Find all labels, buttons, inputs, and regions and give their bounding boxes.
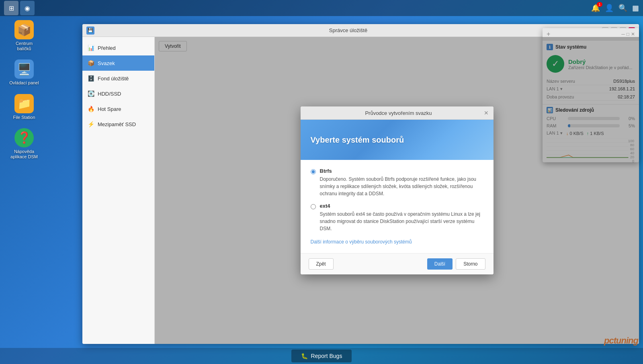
ssd-label: Mezipaměť SSD bbox=[98, 121, 136, 127]
window-title: Správce úložiště bbox=[94, 27, 602, 33]
storage-window: 💾 Správce úložiště ? ─ □ ✕ 📊 Přehled 📦 S… bbox=[82, 24, 639, 344]
back-button[interactable]: Zpět bbox=[309, 258, 334, 270]
window-body: 📊 Přehled 📦 Svazek 🗄️ Fond úložiště 💽 HD… bbox=[82, 37, 639, 344]
modal-hero-title: Vyberte systém souborů bbox=[311, 135, 404, 145]
wizard-modal: Průvodce vytvořením svazku ✕ Vyberte sys… bbox=[301, 106, 494, 274]
taskbar-left: ⊞ ◉ bbox=[4, 1, 35, 15]
prehled-label: Přehled bbox=[98, 45, 116, 51]
ovladaci-icon: 🖥️ bbox=[14, 59, 34, 79]
desktop-icons: 📦 Centrum balíčků 🖥️ Ovládací panel 📁 Fi… bbox=[8, 20, 40, 160]
ext4-content: ext4 Systém souborů ext4 se často použív… bbox=[320, 203, 483, 232]
taskbar-app-grid[interactable]: ⊞ bbox=[4, 1, 18, 15]
sidebar-item-svazek[interactable]: 📦 Svazek bbox=[82, 55, 154, 71]
ext4-desc: Systém souborů ext4 se často používá v o… bbox=[320, 211, 483, 232]
modal-overlay: Průvodce vytvořením svazku ✕ Vyberte sys… bbox=[155, 37, 639, 344]
search-icon[interactable]: 🔍 bbox=[618, 4, 627, 12]
napoveda-icon: ❓ bbox=[14, 128, 34, 147]
radio-btrfs[interactable] bbox=[311, 169, 316, 174]
widget-restore-btn[interactable]: □ bbox=[627, 31, 629, 37]
btrfs-content: Btrfs Doporučeno. Systém souborů Btrfs p… bbox=[320, 168, 483, 197]
widget-controls: ─ □ ✕ bbox=[621, 31, 635, 37]
svazek-label: Svazek bbox=[98, 60, 115, 66]
radio-ext4[interactable] bbox=[311, 204, 316, 209]
widget-close-btn[interactable]: ✕ bbox=[631, 31, 635, 37]
cancel-button[interactable]: Storno bbox=[456, 258, 485, 270]
btrfs-desc: Doporučeno. Systém souborů Btrfs podporu… bbox=[320, 176, 483, 197]
main-content: Vytvořit ≡ Průvodce vytvořením svazku ✕ bbox=[155, 37, 639, 344]
modal-header: Průvodce vytvořením svazku ✕ bbox=[301, 106, 494, 120]
hotspare-label: Hot Spare bbox=[98, 106, 121, 112]
notification-icon[interactable]: 🔔 1 bbox=[591, 4, 600, 12]
taskbar-right: 🔔 1 👤 🔍 ▦ bbox=[591, 4, 639, 12]
report-bugs-bar: 🐛 Report Bugs bbox=[0, 348, 643, 364]
desktop-icon-centrum[interactable]: 📦 Centrum balíčků bbox=[8, 20, 40, 51]
file-station-icon: 📁 bbox=[14, 94, 34, 113]
hdd-label: HDD/SSD bbox=[98, 91, 121, 97]
bug-icon: 🐛 bbox=[301, 353, 308, 359]
prehled-icon: 📊 bbox=[87, 44, 94, 51]
notification-badge: 1 bbox=[597, 2, 602, 7]
window-icon: 💾 bbox=[86, 27, 94, 35]
modal-hero: Vyberte systém souborů bbox=[301, 120, 494, 160]
next-button[interactable]: Další bbox=[427, 258, 453, 270]
report-bugs-button[interactable]: 🐛 Report Bugs bbox=[291, 350, 352, 362]
user-icon[interactable]: 👤 bbox=[605, 4, 614, 12]
option-ext4: ext4 Systém souborů ext4 se často použív… bbox=[311, 203, 483, 232]
more-info-link[interactable]: Další informace o výběru souborových sys… bbox=[311, 239, 412, 245]
modal-footer: Zpět Další Storno bbox=[301, 253, 494, 274]
desktop-icon-napoveda[interactable]: ❓ Nápověda aplikace DSM bbox=[8, 128, 40, 160]
svazek-icon: 📦 bbox=[87, 59, 94, 67]
btrfs-label: Btrfs bbox=[320, 168, 483, 174]
menu-icon[interactable]: ▦ bbox=[632, 4, 639, 12]
desktop-icon-ovladaci[interactable]: 🖥️ Ovládací panel bbox=[8, 59, 40, 86]
sidebar-item-fond[interactable]: 🗄️ Fond úložiště bbox=[82, 71, 154, 86]
ssd-icon: ⚡ bbox=[87, 121, 94, 128]
hotspare-icon: 🔥 bbox=[87, 105, 94, 112]
desktop: ⊞ ◉ 🔔 1 👤 🔍 ▦ 📦 Centrum balíčků 🖥️ Ovlád… bbox=[0, 0, 643, 364]
taskbar-app-synology[interactable]: ◉ bbox=[20, 1, 35, 15]
sidebar-item-hdd[interactable]: 💽 HDD/SSD bbox=[82, 86, 154, 101]
centrum-label: Centrum balíčků bbox=[8, 41, 40, 51]
modal-close-button[interactable]: ✕ bbox=[484, 110, 489, 116]
modal-body: Btrfs Doporučeno. Systém souborů Btrfs p… bbox=[301, 160, 494, 253]
report-bugs-label: Report Bugs bbox=[311, 353, 342, 359]
sidebar: 📊 Přehled 📦 Svazek 🗄️ Fond úložiště 💽 HD… bbox=[82, 37, 155, 344]
centrum-icon: 📦 bbox=[14, 20, 34, 39]
fond-label: Fond úložiště bbox=[98, 76, 129, 82]
napoveda-label: Nápověda aplikace DSM bbox=[8, 149, 40, 160]
ext4-label: ext4 bbox=[320, 203, 483, 209]
taskbar: ⊞ ◉ 🔔 1 👤 🔍 ▦ bbox=[0, 0, 643, 16]
desktop-icon-file-station[interactable]: 📁 File Station bbox=[8, 94, 40, 120]
ovladaci-label: Ovládací panel bbox=[9, 80, 39, 86]
modal-title: Průvodce vytvořením svazku bbox=[313, 110, 484, 116]
sidebar-item-prehled[interactable]: 📊 Přehled bbox=[82, 40, 154, 55]
fond-icon: 🗄️ bbox=[87, 75, 94, 82]
sidebar-item-ssd[interactable]: ⚡ Mezipaměť SSD bbox=[82, 117, 154, 132]
sidebar-item-hotspare[interactable]: 🔥 Hot Spare bbox=[82, 101, 154, 117]
footer-right: Další Storno bbox=[427, 258, 485, 270]
file-station-label: File Station bbox=[13, 115, 35, 120]
hdd-icon: 💽 bbox=[87, 90, 94, 97]
widget-minimize-btn[interactable]: ─ bbox=[621, 31, 625, 37]
option-btrfs: Btrfs Doporučeno. Systém souborů Btrfs p… bbox=[311, 168, 483, 197]
